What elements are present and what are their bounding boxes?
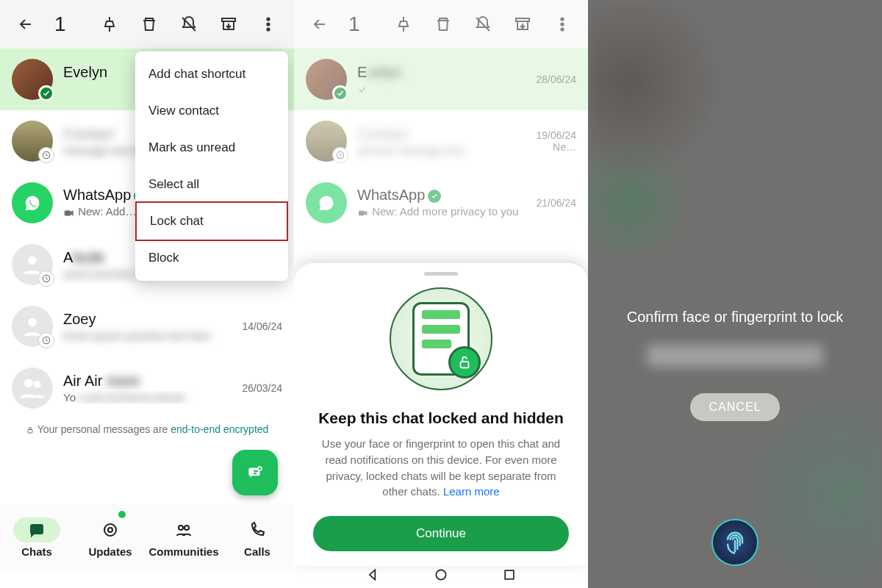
svg-rect-5 <box>65 210 71 215</box>
avatar <box>306 59 347 100</box>
avatar-whatsapp <box>306 182 347 223</box>
video-icon <box>357 207 369 219</box>
chat-name: Evelyn <box>357 64 526 81</box>
avatar <box>12 121 53 162</box>
chat-row[interactable]: Contact preview message text 19/06/24Ne… <box>294 110 588 172</box>
svg-point-17 <box>108 528 112 532</box>
chat-row[interactable]: Air Air more You and someone joined 26/0… <box>0 357 294 419</box>
more-icon[interactable] <box>251 7 285 41</box>
learn-more-link[interactable]: Learn more <box>443 485 500 498</box>
menu-item-view-contact[interactable]: View contact <box>135 93 288 129</box>
menu-item-lock-chat[interactable]: Lock chat <box>135 201 288 241</box>
nav-home-icon[interactable] <box>434 567 448 585</box>
lock-chat-bottom-sheet: Keep this chat locked and hidden Use you… <box>294 263 588 566</box>
menu-item-add-shortcut[interactable]: Add chat shortcut <box>135 56 288 93</box>
chat-date: 26/03/24 <box>243 382 283 394</box>
trash-icon[interactable] <box>426 7 460 41</box>
pin-icon[interactable] <box>387 7 420 41</box>
chat-preview <box>357 82 526 95</box>
svg-point-16 <box>104 524 116 536</box>
back-button[interactable] <box>9 7 43 41</box>
tab-calls[interactable]: Calls <box>220 504 294 570</box>
menu-item-select-all[interactable]: Select all <box>135 166 288 203</box>
unread-dot-icon <box>118 511 126 518</box>
android-nav-bar <box>294 564 588 588</box>
tab-updates[interactable]: Updates <box>74 504 147 570</box>
svg-rect-25 <box>359 210 365 215</box>
selected-check-icon <box>332 85 348 101</box>
encryption-notice: Your personal messages are end-to-end en… <box>0 419 294 440</box>
overflow-menu: Add chat shortcut View contact Mark as u… <box>135 51 288 281</box>
chat-date: 14/06/24 <box>243 320 283 332</box>
chat-date: 19/06/24Ne… <box>537 129 577 153</box>
avatar <box>306 121 347 162</box>
encryption-link[interactable]: end-to-end encrypted <box>171 423 268 435</box>
svg-point-21 <box>561 18 563 20</box>
blurred-subtitle <box>647 345 823 367</box>
trash-icon[interactable] <box>132 7 166 41</box>
tab-chats[interactable]: Chats <box>0 504 74 570</box>
continue-button[interactable]: Continue <box>313 516 569 551</box>
status-clock-icon <box>332 147 348 163</box>
sheet-handle[interactable] <box>424 272 458 276</box>
chat-name-blurred: Contact <box>357 126 526 143</box>
chat-name: Zoey <box>63 311 232 328</box>
fingerprint-icon <box>720 528 750 557</box>
more-icon[interactable] <box>545 7 579 41</box>
tab-communities[interactable]: Communities <box>147 504 220 570</box>
sheet-title: Keep this chat locked and hidden <box>313 409 569 427</box>
cancel-button[interactable]: CANCEL <box>690 393 781 421</box>
svg-point-8 <box>28 318 36 326</box>
menu-item-mark-unread[interactable]: Mark as unread <box>135 129 288 166</box>
mute-icon[interactable] <box>466 7 500 41</box>
screen-biometric-confirm: Confirm face or fingerprint to lock CANC… <box>588 0 882 588</box>
chat-preview-blurred: lorem ipsum preview text here <box>63 329 232 342</box>
mute-icon[interactable] <box>172 7 206 41</box>
new-chat-fab[interactable] <box>232 450 278 495</box>
biometric-prompt: Confirm face or fingerprint to lock CANC… <box>588 309 882 421</box>
bottom-nav: Chats Updates Communities Calls <box>0 504 294 570</box>
chat-row-selected[interactable]: Evelyn 28/06/24 <box>294 49 588 110</box>
lock-icon <box>26 426 35 434</box>
selection-action-bar: 1 <box>0 0 294 49</box>
chat-row[interactable]: WhatsApp New: Add more privacy to you 21… <box>294 172 588 234</box>
svg-rect-0 <box>222 18 235 21</box>
svg-rect-20 <box>516 18 529 21</box>
chat-name: WhatsApp <box>357 187 526 204</box>
nav-back-icon[interactable] <box>365 567 380 585</box>
status-clock-icon <box>38 332 54 348</box>
chat-preview-blurred: preview message text <box>357 144 526 157</box>
chat-date: 28/06/24 <box>537 74 577 85</box>
svg-point-1 <box>267 18 269 20</box>
avatar <box>12 368 53 409</box>
archive-icon[interactable] <box>506 7 539 41</box>
selected-check-icon <box>38 85 54 101</box>
svg-point-2 <box>267 23 269 25</box>
avatar <box>12 59 53 100</box>
svg-point-22 <box>561 23 563 25</box>
avatar <box>12 244 53 285</box>
archive-icon[interactable] <box>212 7 245 41</box>
svg-rect-15 <box>31 525 43 534</box>
unlock-icon <box>448 346 481 379</box>
svg-point-19 <box>184 526 189 530</box>
menu-item-block[interactable]: Block <box>135 240 288 276</box>
svg-point-6 <box>28 257 36 265</box>
verified-icon <box>428 190 441 203</box>
nav-recents-icon[interactable] <box>502 567 517 585</box>
svg-point-3 <box>267 28 269 30</box>
selection-action-bar: 1 <box>294 0 588 49</box>
svg-point-18 <box>179 526 183 530</box>
prompt-title: Confirm face or fingerprint to lock <box>588 309 882 326</box>
svg-rect-26 <box>461 362 469 368</box>
video-icon <box>63 207 75 219</box>
selection-count: 1 <box>54 12 66 36</box>
back-button[interactable] <box>303 7 337 41</box>
svg-rect-12 <box>28 430 32 434</box>
chat-preview: You and someone joined <box>63 391 232 404</box>
screen-lock-chat-sheet: 1 Evelyn 28/06/24 Contact preview messag… <box>294 0 588 588</box>
sheet-description: Use your face or fingerprint to open thi… <box>313 436 569 500</box>
pin-icon[interactable] <box>93 7 126 41</box>
chat-row[interactable]: Zoey lorem ipsum preview text here 14/06… <box>0 295 294 357</box>
fingerprint-sensor[interactable] <box>711 519 759 566</box>
